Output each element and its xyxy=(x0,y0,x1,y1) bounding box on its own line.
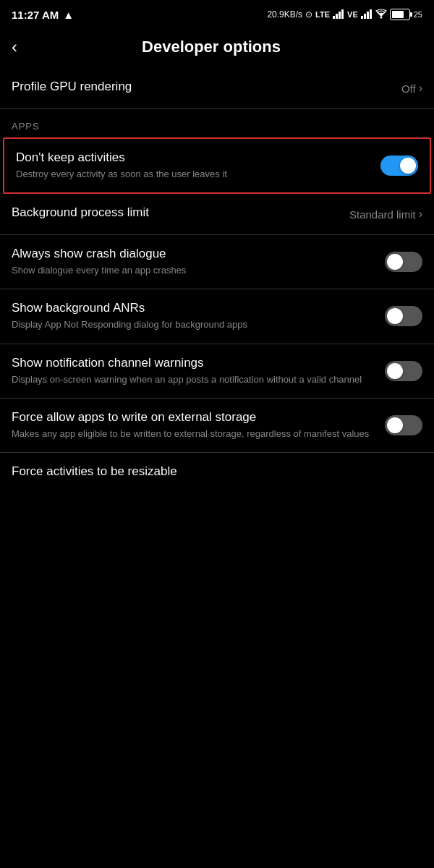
toggle-force-allow-external-storage[interactable] xyxy=(385,415,422,435)
force-activities-resizable-row[interactable]: Force activities to be resizable xyxy=(0,453,434,493)
svg-rect-2 xyxy=(339,12,341,19)
setting-row-force-allow-external-storage[interactable]: Force allow apps to write on external st… xyxy=(0,399,434,452)
svg-rect-5 xyxy=(364,14,366,19)
signal-bars-2 xyxy=(361,9,373,21)
setting-info-force-allow-external-storage: Force allow apps to write on external st… xyxy=(12,410,373,441)
setting-subtitle-show-background-anrs: Display App Not Responding dialog for ba… xyxy=(12,318,373,331)
setting-title-resizable: Force activities to be resizable xyxy=(12,464,411,479)
setting-subtitle-force-allow-external-storage: Makes any app eligible to be written to … xyxy=(12,427,373,441)
setting-subtitle-always-show-crash-dialogue: Show dialogue every time an app crashes xyxy=(12,264,373,277)
apps-section-label: APPS xyxy=(0,109,434,137)
settings-list: Don't keep activities Destroy every acti… xyxy=(0,137,434,452)
svg-rect-3 xyxy=(341,9,344,19)
network-speed: 20.9KB/s xyxy=(267,9,302,20)
setting-title-show-background-anrs: Show background ANRs xyxy=(12,301,373,315)
setting-row-dont-keep-activities[interactable]: Don't keep activities Destroy every acti… xyxy=(3,137,431,194)
warning-icon: ▲ xyxy=(63,9,74,21)
status-right: 20.9KB/s ⊙ LTE VE xyxy=(267,9,422,21)
setting-info-always-show-crash-dialogue: Always show crash dialogue Show dialogue… xyxy=(12,247,373,277)
setting-row-background-process-limit[interactable]: Background process limit Standard limit … xyxy=(0,194,434,234)
clock-icon: ⊙ xyxy=(305,9,312,20)
setting-info-dont-keep-activities: Don't keep activities Destroy every acti… xyxy=(16,150,369,181)
status-left: 11:27 AM ▲ xyxy=(12,9,74,21)
setting-value: Off › xyxy=(401,82,422,95)
setting-subtitle-dont-keep-activities: Destroy every activity as soon as the us… xyxy=(16,168,369,181)
chevron-icon: › xyxy=(419,82,422,95)
svg-rect-6 xyxy=(367,12,369,19)
setting-title-force-allow-external-storage: Force allow apps to write on external st… xyxy=(12,410,373,425)
setting-info-show-notification-channel-warnings: Show notification channel warnings Displ… xyxy=(12,356,373,386)
chevron-icon-background-process-limit: › xyxy=(419,208,422,221)
page-title: Developer options xyxy=(29,38,393,56)
setting-info-background-process-limit: Background process limit xyxy=(12,205,338,223)
setting-info-show-background-anrs: Show background ANRs Display App Not Res… xyxy=(12,301,373,331)
toggle-show-notification-channel-warnings[interactable] xyxy=(385,361,422,381)
setting-info: Profile GPU rendering xyxy=(12,80,390,97)
setting-row-show-notification-channel-warnings[interactable]: Show notification channel warnings Displ… xyxy=(0,344,434,398)
svg-point-8 xyxy=(380,16,382,18)
setting-title-show-notification-channel-warnings: Show notification channel warnings xyxy=(12,356,373,370)
toggle-always-show-crash-dialogue[interactable] xyxy=(385,252,422,272)
svg-rect-7 xyxy=(370,9,372,19)
toggle-dont-keep-activities[interactable] xyxy=(380,156,418,176)
wifi-icon xyxy=(375,9,387,21)
setting-subtitle-show-notification-channel-warnings: Displays on-screen warning when an app p… xyxy=(12,373,373,386)
toggle-show-background-anrs[interactable] xyxy=(385,306,422,326)
svg-rect-4 xyxy=(361,16,363,19)
setting-row-show-background-anrs[interactable]: Show background ANRs Display App Not Res… xyxy=(0,289,434,343)
setting-title-background-process-limit: Background process limit xyxy=(12,205,338,220)
signal-bars-1 xyxy=(333,9,344,21)
setting-row-always-show-crash-dialogue[interactable]: Always show crash dialogue Show dialogue… xyxy=(0,235,434,289)
svg-rect-0 xyxy=(333,16,335,19)
battery-icon: 25 xyxy=(390,9,422,20)
back-button[interactable]: ‹ xyxy=(12,38,17,56)
status-bar: 11:27 AM ▲ 20.9KB/s ⊙ LTE VE xyxy=(0,0,434,29)
lte-icon: LTE xyxy=(315,10,330,19)
setting-info-resizable: Force activities to be resizable xyxy=(12,464,411,482)
status-time: 11:27 AM xyxy=(12,9,59,21)
setting-title: Profile GPU rendering xyxy=(12,80,390,94)
profile-gpu-rendering-row[interactable]: Profile GPU rendering Off › xyxy=(0,68,434,109)
header: ‹ Developer options xyxy=(0,29,434,68)
setting-title-always-show-crash-dialogue: Always show crash dialogue xyxy=(12,247,373,261)
setting-title-dont-keep-activities: Don't keep activities xyxy=(16,150,369,165)
setting-value-background-process-limit: Standard limit › xyxy=(349,208,422,221)
svg-rect-1 xyxy=(336,14,338,19)
lte2-icon: VE xyxy=(347,10,358,19)
